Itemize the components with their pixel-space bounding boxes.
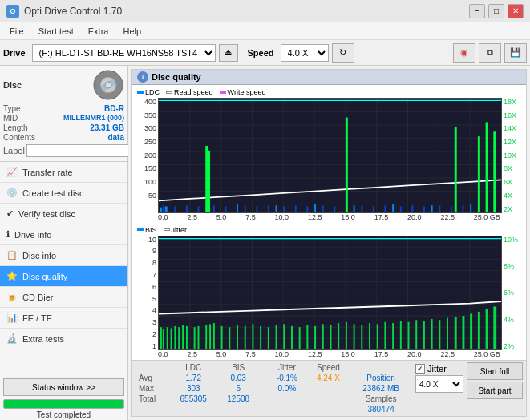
y2-4: 4 (152, 306, 156, 314)
svg-rect-40 (198, 206, 200, 212)
svg-rect-50 (334, 206, 335, 212)
close-button[interactable]: ✕ (508, 4, 524, 18)
position-label: Position (366, 374, 395, 382)
nav-disc-quality[interactable]: ⭐ Disc quality (0, 266, 127, 287)
start-full-button[interactable]: Start full (467, 362, 523, 380)
menu-file[interactable]: File (3, 25, 30, 38)
chart2-legend: BIS Jitter (134, 224, 524, 236)
disc-label-row: Label 🔍 (3, 143, 124, 158)
jitter-checkbox[interactable]: ✓ (415, 364, 425, 374)
maximize-button[interactable]: □ (488, 4, 504, 18)
svg-rect-120 (431, 318, 433, 349)
svg-rect-33 (470, 204, 471, 212)
svg-rect-42 (225, 206, 226, 212)
x2-75: 7.5 (245, 350, 256, 358)
nav-cd-bier[interactable]: 🍺 CD Bier (0, 287, 127, 308)
svg-rect-81 (163, 329, 164, 349)
drive-select[interactable]: (F:) HL-DT-ST BD-RE WH16NS58 TST4 (32, 44, 216, 62)
title-bar: O Opti Drive Control 1.70 − □ ✕ (0, 0, 530, 22)
nav-fe-te[interactable]: 📊 FE / TE (0, 308, 127, 329)
svg-rect-114 (384, 321, 386, 349)
y2-1: 1 (152, 342, 156, 350)
refresh-button[interactable]: ↻ (332, 43, 354, 63)
svg-rect-106 (322, 324, 324, 349)
speed-select-toolbar[interactable]: 4.0 X 1.0 X 2.0 X 6.0 X 8.0 X (281, 44, 329, 62)
menu-help[interactable]: Help (116, 25, 148, 38)
x2-5: 5.0 (216, 350, 227, 358)
drive-toolbar: Drive (F:) HL-DT-ST BD-RE WH16NS58 TST4 … (0, 40, 530, 66)
svg-rect-111 (361, 325, 362, 349)
y2r-2pct: 2% (504, 342, 514, 350)
menu-extra[interactable]: Extra (82, 25, 115, 38)
svg-rect-91 (209, 324, 211, 349)
svg-rect-24 (208, 151, 210, 212)
y1r-14x: 14X (504, 124, 516, 132)
svg-rect-41 (213, 205, 215, 212)
total-ldc: 655305 (169, 394, 217, 404)
nav-extra-tests[interactable]: 🔬 Extra tests (0, 329, 127, 349)
speed-header: Speed (307, 362, 350, 373)
svg-rect-58 (451, 206, 452, 212)
disc-type-row: Type BD-R (3, 104, 124, 113)
copy-button[interactable]: ⧉ (479, 43, 501, 63)
svg-rect-90 (205, 325, 207, 349)
erase-button[interactable]: ◉ (453, 43, 475, 63)
save-button[interactable]: 💾 (504, 43, 527, 63)
nav-drive-info[interactable]: ℹ Drive info (0, 224, 127, 245)
svg-rect-55 (411, 205, 413, 212)
status-window-button[interactable]: Status window >> (3, 378, 124, 396)
x-20: 20.0 (407, 213, 422, 221)
disc-panel-title: Disc (3, 80, 22, 90)
chart1-svg (158, 98, 502, 213)
stats-total-row: Total 655305 12508 Samples (136, 394, 412, 404)
svg-rect-104 (306, 325, 308, 349)
svg-rect-99 (268, 327, 269, 349)
nav-create-test-disc[interactable]: 💿 Create test disc (0, 183, 127, 204)
disc-label-input[interactable] (26, 144, 133, 157)
stats-samples-row: 380474 (136, 404, 412, 414)
y1r-6x: 6X (504, 178, 512, 186)
svg-rect-59 (462, 205, 463, 212)
y1r-10x: 10X (504, 151, 516, 160)
legend-write-speed: Write speed (220, 88, 266, 96)
x2-10: 10.0 (275, 350, 289, 358)
eject-button[interactable]: ⏏ (219, 44, 238, 62)
cd-bier-icon: 🍺 (6, 292, 18, 302)
samples-label: Samples (366, 394, 397, 403)
svg-rect-118 (415, 320, 417, 349)
menu-start-test[interactable]: Start test (32, 25, 80, 38)
status-window-label: Status window >> (32, 383, 95, 392)
x2-20: 20.0 (407, 350, 422, 358)
svg-rect-53 (384, 205, 386, 212)
svg-rect-37 (163, 205, 164, 212)
svg-rect-117 (408, 321, 410, 349)
svg-rect-107 (330, 325, 332, 349)
samples-value: 380474 (367, 405, 394, 414)
svg-rect-89 (198, 325, 200, 349)
y1-300: 300 (144, 124, 156, 132)
chart-header-icon: i (137, 71, 148, 83)
nav-disc-info[interactable]: 📋 Disc info (0, 245, 127, 266)
nav-transfer-rate[interactable]: 📈 Transfer rate (0, 162, 127, 183)
y1-50: 50 (148, 192, 156, 200)
minimize-button[interactable]: − (469, 4, 485, 18)
svg-rect-51 (361, 205, 362, 212)
svg-rect-25 (237, 204, 238, 212)
start-part-button[interactable]: Start part (467, 382, 523, 399)
x2-25: 2.5 (187, 350, 197, 358)
transfer-rate-icon: 📈 (6, 167, 18, 177)
drive-info-icon: ℹ (6, 229, 10, 240)
disc-panel: Disc Type BD-R MID MILLENMR1 (000) Lengt… (0, 66, 127, 162)
svg-rect-84 (174, 325, 176, 349)
chart2-svg (158, 236, 502, 351)
x-10: 10.0 (275, 213, 289, 221)
svg-rect-101 (283, 324, 285, 349)
nav-verify-test-disc[interactable]: ✔ Verify test disc (0, 204, 127, 224)
speed-value-display: 4.24 X (307, 373, 350, 383)
y1r-18x: 18X (504, 98, 516, 106)
svg-rect-94 (229, 327, 230, 349)
y2r-8pct: 8% (504, 262, 514, 270)
y1r-12x: 12X (504, 138, 516, 146)
speed-select-stats[interactable]: 4.0 X 1.0 X 2.0 X 6.0 X (415, 375, 463, 393)
svg-rect-113 (377, 324, 378, 349)
